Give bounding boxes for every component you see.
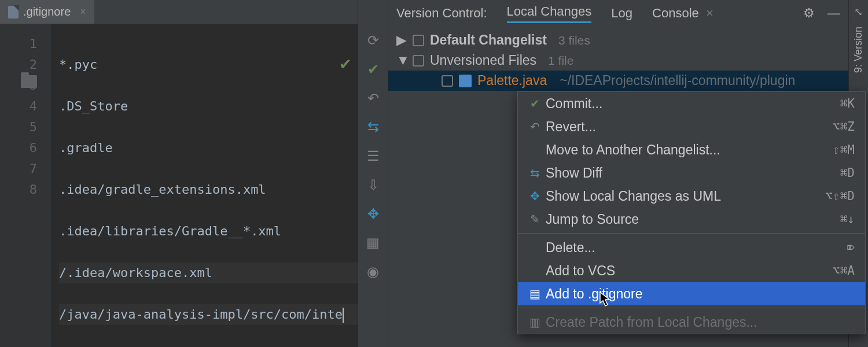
shortcut: ⇧⌘M — [833, 143, 855, 157]
shortcut: ⌦ — [847, 241, 855, 254]
diff-icon: ⇆ — [526, 166, 543, 180]
preview-icon[interactable]: ◉ — [365, 264, 381, 280]
mouse-cursor-icon — [599, 291, 611, 308]
shortcut: ⌥⇧⌘D — [825, 189, 855, 203]
line-number: 1 — [0, 34, 37, 54]
tab-console[interactable]: Console × — [652, 6, 713, 21]
checkbox[interactable] — [413, 55, 424, 67]
code-line: /.idea/workspace.xml — [59, 263, 358, 283]
revert-icon: ↶ — [526, 120, 543, 134]
folder-icon — [21, 75, 37, 88]
diff-icon[interactable]: ⇆ — [365, 119, 381, 135]
shortcut: ⌘D — [840, 166, 855, 180]
analysis-ok-icon: ✔ — [339, 56, 352, 73]
tool-window-label-version[interactable]: 9: Version — [852, 27, 865, 73]
tab-log[interactable]: Log — [611, 6, 632, 21]
menu-divider — [518, 233, 865, 234]
menu-item-show-uml[interactable]: ✥ Show Local Changes as UML ⌥⇧⌘D — [518, 184, 865, 208]
tab-local-changes[interactable]: Local Changes — [507, 4, 592, 23]
menu-item-delete[interactable]: Delete... ⌦ — [518, 236, 865, 259]
close-icon[interactable]: × — [706, 6, 713, 20]
file-path: ~/IDEAProjects/intellij-community/plugin — [560, 73, 795, 88]
shelve-icon[interactable]: ⇩ — [365, 177, 381, 193]
java-file-icon — [459, 75, 472, 87]
menu-item-add-gitignore[interactable]: ▤ Add to .gitignore — [518, 282, 865, 305]
line-number: 2 — [0, 54, 37, 75]
menu-item-revert[interactable]: ↶ Revert... ⌥⌘Z — [518, 115, 865, 138]
shortcut: ⌘↓ — [840, 212, 855, 226]
line-number: 5 — [0, 117, 37, 138]
text-caret — [343, 308, 344, 323]
patch-icon: ▥ — [526, 315, 543, 329]
editor-gutter: 1 2 3 4 5 6 7 8 — [0, 24, 51, 347]
changelist-icon[interactable]: ☰ — [365, 148, 381, 164]
changelist-label: Default Changelist — [430, 32, 547, 48]
minimize-icon[interactable]: — — [827, 6, 840, 21]
edit-icon: ✎ — [526, 212, 543, 226]
menu-item-move-changelist[interactable]: Move to Another Changelist... ⇧⌘M — [518, 138, 865, 161]
expand-right-icon[interactable]: ▶ — [396, 32, 407, 48]
vc-tab-row: Version Control: Local Changes Log Conso… — [388, 0, 848, 27]
menu-item-add-vcs[interactable]: Add to VCS ⌥⌘A — [518, 259, 865, 282]
changelist-count: 3 files — [558, 34, 590, 47]
commit-icon[interactable]: ✔ — [365, 61, 381, 77]
expand-down-icon[interactable]: ▼ — [396, 53, 407, 68]
editor-pane: 1 2 3 4 5 6 7 8 *.pyc .DS_Store .gradle … — [0, 24, 358, 347]
line-number: 8 — [0, 179, 37, 200]
checkbox[interactable] — [442, 75, 453, 87]
code-line: /java/java-analysis-impl/src/com/inte — [59, 304, 358, 325]
hide-panel-icon[interactable]: ⤡ — [854, 6, 863, 19]
menu-item-show-diff[interactable]: ⇆ Show Diff ⌘D — [518, 161, 865, 184]
menu-divider — [518, 308, 865, 308]
menu-item-create-patch: ▥ Create Patch from Local Changes... — [518, 311, 865, 334]
menu-item-commit[interactable]: ✔ Commit... ⌘K — [518, 92, 865, 115]
code-line: *.pyc — [59, 54, 358, 75]
group-icon[interactable]: ✥ — [365, 206, 381, 222]
editor-tab-filename: .gitignore — [23, 5, 71, 19]
line-number: 7 — [0, 158, 37, 179]
file-ignore-icon — [8, 6, 19, 19]
code-line: .idea/libraries/Gradle__*.xml — [59, 221, 358, 242]
shortcut: ⌥⌘A — [833, 264, 855, 278]
gear-icon[interactable]: ⚙ — [803, 6, 815, 21]
checkmark-icon: ✔ — [526, 97, 543, 110]
shortcut: ⌥⌘Z — [833, 120, 855, 134]
vc-title: Version Control: — [396, 6, 487, 21]
unversioned-label: Unversioned Files — [430, 53, 536, 68]
refresh-icon[interactable]: ⟳ — [365, 32, 381, 49]
revert-icon[interactable]: ↶ — [365, 90, 381, 106]
tree-row-default-changelist[interactable]: ▶ Default Changelist 3 files — [388, 30, 848, 50]
checkbox[interactable] — [413, 35, 424, 46]
line-number: 4 — [0, 96, 37, 117]
code-line: .DS_Store — [59, 96, 358, 117]
shortcut: ⌘K — [840, 97, 855, 110]
line-number: 6 — [0, 138, 37, 158]
editor-text[interactable]: *.pyc .DS_Store .gradle .idea/gradle_ext… — [51, 24, 358, 347]
close-icon[interactable]: × — [80, 6, 86, 18]
tree-row-file[interactable]: Palette.java ~/IDEAProjects/intellij-com… — [388, 71, 848, 91]
editor-tab-gitignore[interactable]: .gitignore × — [0, 0, 94, 24]
code-line: .gradle — [59, 138, 358, 158]
vc-toolbar: ⟳ ✔ ↶ ⇆ ☰ ⇩ ✥ ▦ ◉ — [358, 0, 388, 347]
expand-icon[interactable]: ▦ — [365, 235, 381, 251]
tree-row-unversioned[interactable]: ▼ Unversioned Files 1 file — [388, 50, 848, 71]
menu-item-jump-source[interactable]: ✎ Jump to Source ⌘↓ — [518, 208, 865, 231]
uml-icon: ✥ — [526, 189, 543, 203]
file-ignore-icon: ▤ — [526, 287, 543, 301]
unversioned-count: 1 file — [548, 54, 573, 68]
changes-tree: ▶ Default Changelist 3 files ▼ Unversion… — [388, 27, 848, 91]
code-line: .idea/gradle_extensions.xml — [59, 179, 358, 200]
file-name: Palette.java — [477, 73, 547, 88]
context-menu: ✔ Commit... ⌘K ↶ Revert... ⌥⌘Z Move to A… — [517, 91, 866, 334]
